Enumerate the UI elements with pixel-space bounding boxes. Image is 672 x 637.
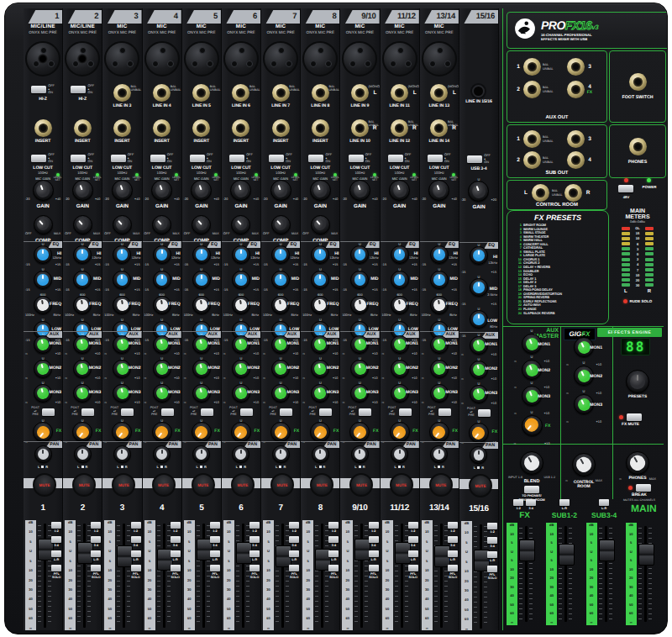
- routing-button[interactable]: [448, 536, 458, 543]
- aux-fx-knob[interactable]: [112, 422, 132, 442]
- aux-fx-knob[interactable]: [349, 422, 370, 442]
- routing-button[interactable]: [131, 550, 141, 557]
- post-pre-switch[interactable]: [478, 409, 491, 417]
- post-pre-switch[interactable]: [319, 408, 332, 416]
- routing-button[interactable]: [210, 536, 220, 543]
- eq-hi-knob[interactable]: [271, 245, 290, 264]
- mute-button[interactable]: MUTE: [112, 473, 135, 497]
- mute-button[interactable]: MUTE: [390, 473, 413, 497]
- fader-cap[interactable]: [519, 540, 535, 561]
- fader-cap[interactable]: [559, 544, 575, 566]
- routing-button[interactable]: [289, 522, 299, 529]
- routing-button[interactable]: [171, 550, 181, 557]
- routing-button[interactable]: [448, 522, 458, 529]
- fader-slot[interactable]: [480, 524, 482, 629]
- routing-button[interactable]: [487, 523, 497, 529]
- fader-slot[interactable]: [321, 524, 323, 628]
- post-pre-switch[interactable]: [121, 408, 134, 416]
- mute-button[interactable]: MUTE: [270, 473, 294, 497]
- low-cut-switch[interactable]: [269, 155, 284, 162]
- low-cut-switch[interactable]: [308, 155, 323, 162]
- aux-fx-knob[interactable]: [270, 422, 291, 442]
- pan-knob[interactable]: [113, 445, 131, 463]
- comp-knob[interactable]: [34, 215, 53, 234]
- aux-master-fx-knob[interactable]: [522, 415, 543, 436]
- routing-button[interactable]: [249, 565, 260, 571]
- routing-button[interactable]: [487, 566, 497, 572]
- routing-button[interactable]: [51, 550, 61, 557]
- aux-fx-knob[interactable]: [33, 422, 53, 442]
- routing-button[interactable]: [408, 536, 418, 543]
- eq-hi-knob[interactable]: [153, 245, 171, 264]
- eq-hi-knob[interactable]: [113, 245, 131, 264]
- mute-button[interactable]: MUTE: [231, 473, 255, 497]
- gain-knob[interactable]: [72, 180, 93, 201]
- fader-slot[interactable]: [401, 524, 403, 628]
- routing-button[interactable]: [369, 565, 379, 571]
- pan-knob[interactable]: [312, 445, 329, 463]
- routing-button[interactable]: [328, 550, 339, 557]
- comp-knob[interactable]: [311, 215, 330, 234]
- gain-knob[interactable]: [270, 180, 291, 201]
- routing-button[interactable]: [91, 522, 101, 529]
- pan-knob[interactable]: [74, 445, 92, 463]
- gain-knob[interactable]: [468, 181, 489, 202]
- fader-slot[interactable]: [440, 524, 443, 628]
- presets-knob[interactable]: [626, 370, 649, 393]
- 48v-switch[interactable]: [618, 185, 633, 192]
- comp-knob[interactable]: [271, 215, 291, 234]
- aux-fx-knob[interactable]: [231, 422, 251, 442]
- routing-button[interactable]: [289, 536, 299, 543]
- fader-cap[interactable]: [599, 540, 615, 561]
- fader-slot[interactable]: [163, 524, 165, 628]
- routing-button[interactable]: [369, 536, 379, 543]
- routing-button[interactable]: [289, 565, 299, 571]
- pan-knob[interactable]: [351, 445, 369, 463]
- eq-mid-knob[interactable]: [113, 271, 131, 289]
- low-cut-switch[interactable]: [428, 155, 443, 162]
- post-pre-switch[interactable]: [42, 408, 55, 416]
- phones-knob[interactable]: [626, 451, 649, 475]
- pan-knob[interactable]: [430, 445, 448, 463]
- gain-knob[interactable]: [349, 180, 370, 201]
- routing-button[interactable]: [249, 522, 260, 529]
- gain-knob[interactable]: [191, 180, 212, 201]
- eq-hi-knob[interactable]: [391, 245, 409, 264]
- eq-hi-knob[interactable]: [350, 245, 369, 264]
- eq-hi-knob[interactable]: [430, 245, 449, 264]
- low-cut-switch[interactable]: [150, 155, 165, 162]
- gain-knob[interactable]: [389, 180, 410, 201]
- routing-button[interactable]: [171, 522, 181, 529]
- hi-z-switch[interactable]: [31, 86, 46, 93]
- routing-button[interactable]: [131, 522, 141, 529]
- eq-mid-knob[interactable]: [73, 271, 92, 289]
- mute-button[interactable]: MUTE: [310, 473, 333, 497]
- routing-button[interactable]: [131, 536, 141, 543]
- eq-mid-knob[interactable]: [271, 271, 290, 289]
- routing-button[interactable]: [408, 565, 418, 571]
- routing-button[interactable]: [328, 522, 339, 529]
- comp-knob[interactable]: [73, 215, 92, 234]
- eq-mid-knob[interactable]: [192, 271, 211, 289]
- routing-button[interactable]: [131, 565, 141, 571]
- blend-knob[interactable]: [520, 451, 543, 475]
- low-cut-switch[interactable]: [190, 155, 205, 162]
- to-phones-switch[interactable]: [524, 486, 539, 493]
- eq-mid-knob[interactable]: [34, 271, 52, 289]
- routing-button[interactable]: [249, 536, 260, 543]
- routing-button[interactable]: [171, 565, 181, 571]
- routing-button[interactable]: [328, 536, 339, 543]
- aux-fx-knob[interactable]: [390, 422, 410, 442]
- routing-button[interactable]: [51, 536, 61, 543]
- pan-knob[interactable]: [470, 446, 487, 464]
- low-cut-switch[interactable]: [388, 155, 403, 162]
- fader-slot[interactable]: [644, 526, 647, 622]
- routing-button[interactable]: [91, 536, 101, 543]
- pan-knob[interactable]: [232, 445, 249, 463]
- routing-button[interactable]: [487, 551, 497, 558]
- gain-knob[interactable]: [310, 180, 331, 201]
- eq-mid-knob[interactable]: [391, 271, 409, 289]
- eq-hi-knob[interactable]: [311, 245, 329, 264]
- post-pre-switch[interactable]: [201, 408, 213, 416]
- fader-slot[interactable]: [242, 524, 244, 628]
